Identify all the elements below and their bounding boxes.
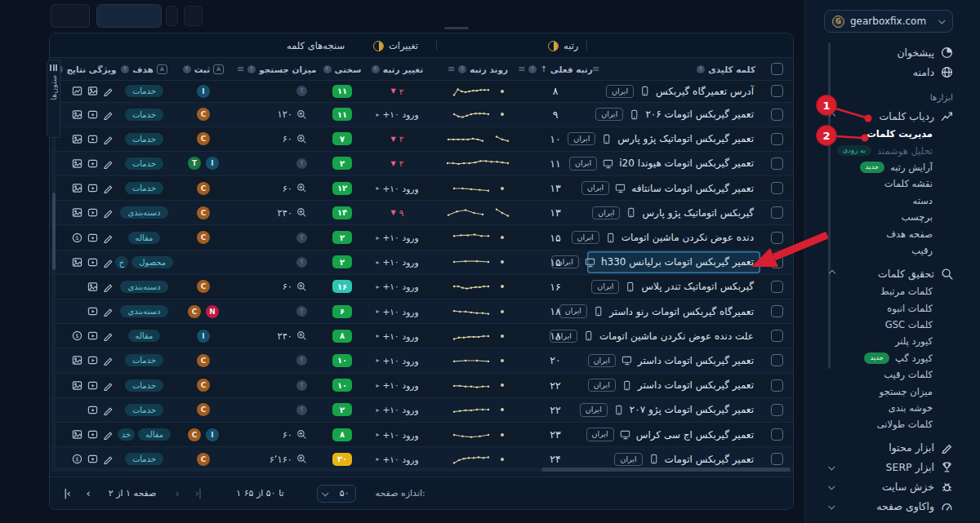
chevron-down-icon[interactable] [828,463,835,470]
first-page-button[interactable]: |‹ [61,487,73,499]
magnifier-plus-icon[interactable] [296,207,307,218]
volume-unknown-icon[interactable]: ؟ [296,306,307,317]
sidebar-subitem[interactable]: میزان جستجو [805,383,980,399]
sidebar-subitem[interactable]: نقشه کلمات [805,175,980,192]
horizontal-scrollbar[interactable] [51,468,791,472]
keyword-cell[interactable]: علت دنده عوض نکردن ماشین اتوماتایران [587,324,760,348]
volume-unknown-icon[interactable]: ؟ [296,233,307,243]
target-pill[interactable]: مقاله [138,428,171,441]
sidebar-subitem[interactable]: برچسب [805,209,980,225]
filter-icon[interactable]: ≡ [448,64,455,73]
tab-word-metrics[interactable]: سنجه‌های کلمه [287,33,345,58]
target-pill[interactable]: محصول [131,256,173,268]
sidebar-subitem[interactable]: خوشه بندی [805,400,980,416]
target-pill[interactable]: خدمات [125,109,163,121]
target-pill[interactable]: خدمات [125,453,163,465]
sidebar-item[interactable]: واکاوی صفحه [805,497,980,516]
sidebar-subitem[interactable]: کلمات مرتبط [805,283,980,299]
magnifier-plus-icon[interactable] [296,134,307,144]
last-page-button[interactable]: ›| [193,487,204,499]
target-pill[interactable]: خدمات [125,354,163,366]
sidebar-subitem[interactable]: مدیریت کلمات [805,126,980,142]
keyword-cell[interactable]: آدرس تعمیرگاه گیربکسایران [587,81,760,102]
keyword-cell[interactable]: تعمیر گیربکس اتوماتیک پژو پارسایران [587,127,760,151]
volume-unknown-icon[interactable]: ؟ [296,158,307,169]
column-header-change[interactable]: تغییر رتبه؟ [363,64,432,74]
sidebar-item[interactable]: پیشخوان [805,42,980,62]
tab-changes[interactable]: تغییرات [373,33,418,58]
row-checkbox[interactable] [771,232,783,244]
target-pill[interactable]: دسته‌بندی [120,281,167,293]
row-checkbox[interactable] [771,182,783,194]
target-pill[interactable]: خدمات [125,157,163,170]
prev-page-button[interactable]: ‹ [84,487,92,499]
keyword-cell[interactable]: دنده عوض نکردن ماشین اتوماتایران [587,225,760,249]
keyword-cell[interactable]: تعمیر گیربکس اتومات ۲۰۶ایران [587,103,760,126]
sidebar-item[interactable]: خزش سایت [805,477,980,497]
target-pill[interactable]: خدمات [125,182,163,194]
sidebar-subitem[interactable]: آرایش رتبهجدید [805,159,980,175]
keyword-cell[interactable]: تعمیر گیربکس اتومات داسترایران [587,374,760,397]
keyword-cell[interactable]: تعمیر گیربکس اتومات پژو ۲۰۷ایران [587,398,760,422]
sidebar-subitem[interactable]: کلمات طولانی [805,416,980,432]
magnifier-plus-icon[interactable] [296,454,307,464]
select-all-checkbox[interactable] [771,63,783,75]
volume-unknown-icon[interactable]: ؟ [296,257,307,268]
sidebar-subitem[interactable]: رقیب [805,242,980,259]
sidebar-item[interactable]: ردیاب کلمات [805,106,980,126]
column-header-features[interactable]: ویژگی نتایج؟ [58,64,114,74]
target-pill[interactable]: مقاله [128,232,161,244]
volume-unknown-icon[interactable]: ؟ [296,405,307,415]
target-pill[interactable]: مقاله [128,330,161,342]
volume-unknown-icon[interactable]: ؟ [296,86,307,96]
row-checkbox[interactable] [771,404,783,416]
tab-rank[interactable]: رتبه [548,33,578,58]
filter-icon[interactable]: ≡ [592,64,599,73]
keyword-cell[interactable]: تعمیر گیربکس اج سی کراسایران [587,423,760,446]
vertical-scrollbar-thumb[interactable] [52,193,56,270]
volume-unknown-icon[interactable]: ؟ [296,355,307,366]
magnifier-plus-icon[interactable] [296,183,307,193]
target-pill[interactable]: دسته‌بندی [120,305,167,317]
sidebar-item[interactable]: دامنه [805,62,980,82]
chevron-up-icon[interactable] [829,113,835,119]
column-header-volume[interactable]: میزان جستجو؟≡ [232,64,322,74]
row-checkbox[interactable] [771,109,783,121]
next-page-button[interactable]: › [172,487,180,499]
target-pill[interactable]: خدمات [125,379,163,392]
chevron-down-icon[interactable] [828,503,835,509]
row-checkbox[interactable] [771,206,783,219]
magnifier-plus-icon[interactable] [296,330,307,341]
row-checkbox[interactable] [771,256,783,268]
magnifier-plus-icon[interactable] [296,429,307,440]
row-checkbox[interactable] [771,305,783,317]
row-checkbox[interactable] [771,330,783,342]
keyword-cell[interactable]: تعمیر گیربکس اتومات برلیانس h330ایران [587,251,760,273]
sidebar-subitem[interactable]: دسته [805,193,980,209]
column-header-trend[interactable]: روند رتبه؟≡ [432,64,523,74]
row-checkbox[interactable] [771,281,783,293]
target-pill[interactable]: دسته‌بندی [120,206,167,219]
target-pill[interactable]: خدمات [125,133,163,145]
column-header-keyword[interactable]: کلمه کلیدی؟≡ [587,64,760,74]
chevron-up-icon[interactable] [829,270,835,277]
columns-settings-flap[interactable]: ستون‌ها [47,60,60,138]
page-size-select[interactable]: ۵۰ [317,485,356,503]
magnifier-plus-icon[interactable] [296,281,307,292]
sidebar-subitem[interactable]: کلمات GSC [805,317,980,333]
column-header-diff[interactable]: سختی؟ [322,64,363,74]
row-checkbox[interactable] [771,157,783,170]
chevron-down-icon[interactable] [828,483,835,490]
column-header-hadaf[interactable]: Aهدف؟ [114,64,175,74]
row-checkbox[interactable] [771,379,783,392]
sidebar-subitem[interactable]: صفحه هدف [805,225,980,242]
vertical-scrollbar[interactable] [52,84,56,469]
sidebar-subitem[interactable]: کیورد گپجدید [805,350,980,366]
sort-ascending-icon[interactable]: ↑ [540,64,546,73]
sidebar-item[interactable]: تحقیق کلمات [805,264,980,283]
row-checkbox[interactable] [771,85,783,97]
row-checkbox[interactable] [771,133,783,145]
row-checkbox[interactable] [771,354,783,366]
keyword-cell[interactable]: تعمیر گیربکس اتومات داسترایران [587,348,760,372]
column-header-rank[interactable]: رتبه فعلی↑؟≡ [523,64,587,74]
